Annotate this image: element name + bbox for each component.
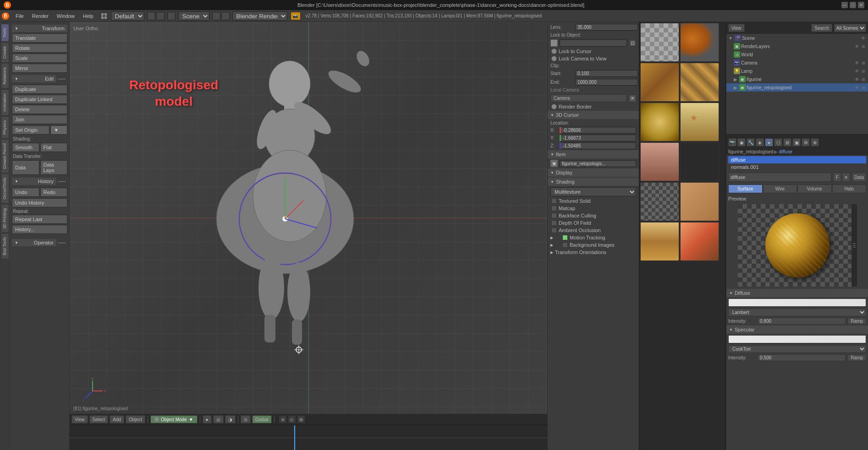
diffuse-intensity-val[interactable]: 0.800 (758, 318, 846, 325)
workspace-remove[interactable] (156, 12, 165, 20)
cam-restrict[interactable]: ⊕ (861, 60, 866, 65)
shading-dropdown[interactable]: Multitexture (550, 187, 636, 196)
section-shading[interactable]: Shading (548, 178, 639, 186)
rl-icon-1[interactable]: 👁 (854, 43, 860, 49)
vp-wire[interactable]: ◎ (213, 415, 224, 423)
diffuse-color-bar[interactable] (728, 298, 866, 307)
lamp-restrict[interactable]: ⊕ (861, 68, 866, 74)
btn-repeat-last[interactable]: Repeat Last (12, 215, 67, 224)
tab-animation[interactable]: Animation (1, 89, 9, 116)
outliner-row-scene[interactable]: ▼ 🎬 Scene 👁 (726, 34, 868, 42)
maximize-button[interactable]: □ (850, 2, 856, 8)
retopo-eye[interactable]: 👁 (854, 85, 860, 90)
props-icon-6[interactable]: ⬡ (774, 138, 782, 146)
props-icon-5-active[interactable]: ● (765, 138, 773, 146)
tex-thumb-12[interactable] (680, 222, 719, 261)
vp-pivot[interactable]: ⊙ (241, 415, 251, 423)
lock-obj-value[interactable] (560, 39, 627, 47)
matcap-cb[interactable] (551, 206, 557, 211)
motion-tracking-row[interactable]: Motion Tracking (548, 234, 639, 241)
mat-diffuse[interactable]: diffuse (728, 156, 866, 163)
props-icon-10[interactable]: ⊕ (811, 138, 819, 146)
btn-join[interactable]: Join (12, 115, 67, 124)
scene-eye[interactable]: 👁 (861, 35, 866, 41)
tab-relations[interactable]: Relations (1, 63, 9, 89)
tab-boo-tools[interactable]: Boo Tools (1, 233, 9, 259)
tab-grease-pencil[interactable]: Grease Pencil (1, 139, 9, 173)
section-3d-cursor[interactable]: 3D Cursor (548, 111, 639, 119)
bc-material[interactable]: diffuse (779, 149, 792, 154)
fig-eye[interactable]: 👁 (854, 76, 860, 82)
operator-collapse[interactable]: — (56, 239, 67, 247)
cursor-z-input[interactable] (560, 142, 636, 149)
props-icon-7[interactable]: ⊞ (783, 138, 791, 146)
props-icon-1[interactable]: 📷 (728, 138, 736, 146)
menu-window[interactable]: Window (53, 11, 78, 21)
vp-solid[interactable]: ● (203, 415, 212, 423)
section-operator[interactable]: Operator (12, 239, 56, 246)
specular-shader-select[interactable]: CookTorr (728, 345, 866, 353)
screen-layout-icon[interactable] (100, 12, 108, 20)
tex-thumb-7[interactable] (640, 142, 679, 181)
diffuse-ramp-btn[interactable]: Ramp (847, 318, 866, 325)
tex-thumb-6[interactable]: ★ (680, 103, 719, 141)
props-icon-3[interactable]: 🔧 (747, 138, 755, 146)
section-diffuse[interactable]: Diffuse (726, 289, 868, 297)
outliner-search-btn[interactable]: Search (811, 24, 832, 32)
textured-solid-cb[interactable] (551, 198, 557, 204)
render-engine-select[interactable]: Blender Render (232, 11, 287, 21)
mat-f-btn[interactable]: F (833, 173, 841, 182)
btn-mirror[interactable]: Mirror (12, 64, 67, 73)
section-edit[interactable]: Edit (12, 75, 56, 82)
outliner-row-figurine[interactable]: ▶ ▣ figurine 👁 ⊕ (726, 75, 868, 83)
transform-orientations-row[interactable]: Transform Orientations (548, 249, 639, 256)
tab-physics[interactable]: Physics (1, 116, 9, 139)
history-collapse[interactable]: — (56, 177, 67, 185)
tex-thumb-5[interactable] (640, 103, 679, 141)
motion-tracking-cb[interactable] (562, 235, 568, 240)
close-button[interactable]: ✕ (858, 2, 864, 8)
item-name-val[interactable]: figurine_retopologis... (560, 160, 636, 167)
outliner-row-renderlayers[interactable]: ▣ RenderLayers 👁 ⊕ (726, 42, 868, 50)
btn-rotate[interactable]: Rotate (12, 43, 67, 53)
background-images-row[interactable]: Background Images (548, 241, 639, 249)
menu-help[interactable]: Help (79, 11, 97, 21)
btn-data[interactable]: Data (12, 160, 39, 175)
cursor-y-input[interactable] (560, 135, 636, 141)
mat-data-btn[interactable]: Data (852, 173, 866, 182)
vp-btn-object[interactable]: Object (126, 415, 145, 423)
tex-thumb-1[interactable] (640, 23, 679, 62)
btn-set-origin[interactable]: Set Origin (12, 125, 49, 135)
proportional-btn[interactable]: ◎ (288, 415, 296, 423)
cursor-x-input[interactable] (560, 127, 636, 134)
mode-button[interactable]: Object Mode ▼ (150, 415, 198, 423)
section-display[interactable]: Display (548, 168, 639, 177)
snap-btn[interactable]: ⊕ (279, 415, 287, 423)
scene-remove[interactable] (221, 12, 230, 20)
tex-thumb-4[interactable] (680, 63, 719, 102)
clip-start-input[interactable] (575, 70, 638, 77)
outliner-row-camera[interactable]: 📷 Camera 👁 ⊕ (726, 59, 868, 67)
tab-3d-printing[interactable]: 3D Printing (1, 204, 9, 233)
vp-rendered[interactable]: ◑ (225, 415, 236, 423)
tex-thumb-8[interactable] (680, 142, 719, 181)
dof-cb[interactable] (551, 220, 557, 226)
vp-btn-select[interactable]: Select (89, 415, 109, 423)
props-icon-9[interactable]: ⚙ (802, 138, 810, 146)
diffuse-shader-select[interactable]: Lambert (728, 309, 866, 316)
lens-input[interactable] (575, 24, 638, 31)
retopo-restrict[interactable]: ⊕ (861, 85, 866, 90)
tab-wire[interactable]: Wire (763, 184, 797, 193)
material-name-input[interactable] (728, 173, 831, 182)
vp-btn-view[interactable]: View (71, 415, 88, 423)
btn-delete[interactable]: Delete (12, 105, 67, 114)
tab-surface[interactable]: Surface (728, 184, 763, 193)
tab-tools[interactable]: Tools (1, 24, 9, 42)
section-specular[interactable]: Specular (726, 325, 868, 334)
btn-history-dot[interactable]: History... (12, 225, 67, 234)
mat-normals[interactable]: normals.001 (728, 163, 866, 171)
btn-duplicate[interactable]: Duplicate (12, 85, 67, 94)
bg-images-cb[interactable] (562, 242, 568, 248)
tab-volume[interactable]: Volume (797, 184, 832, 193)
tex-thumb-11[interactable] (640, 222, 679, 261)
